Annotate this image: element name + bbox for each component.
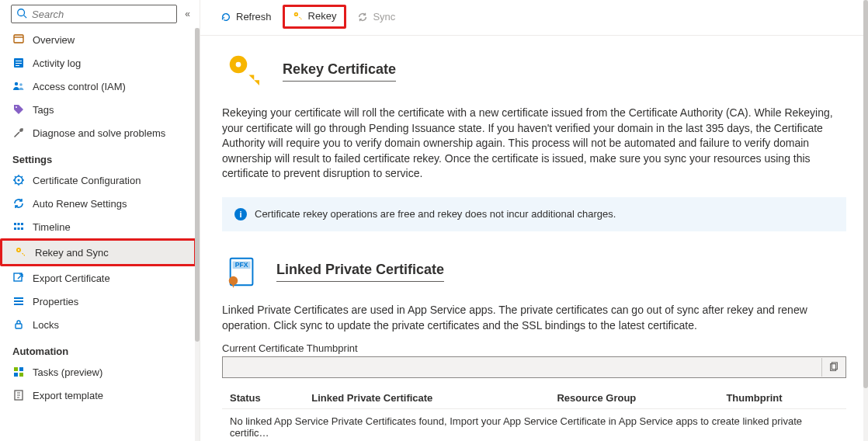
linked-cert-table: Status Linked Private Certificate Resour… <box>222 387 846 441</box>
sidebar-item-label: Locks <box>33 319 59 331</box>
sidebar-item-label: Overview <box>33 34 75 46</box>
sidebar-item-timeline[interactable]: Timeline <box>0 215 196 238</box>
sidebar-item-label: Timeline <box>33 221 71 233</box>
activity-log-icon <box>12 57 25 69</box>
rekey-title: Rekey Certificate <box>283 61 396 82</box>
export-icon <box>12 272 25 284</box>
empty-state-text: No linked App Service Private Certificat… <box>222 409 846 441</box>
sidebar-item-label: Export template <box>33 390 103 401</box>
svg-point-8 <box>15 82 18 85</box>
search-box[interactable] <box>11 5 177 23</box>
sidebar-item-access-control[interactable]: Access control (IAM) <box>0 75 196 98</box>
info-icon: i <box>234 208 247 220</box>
search-input[interactable] <box>32 9 172 20</box>
cert-config-icon <box>12 174 25 186</box>
svg-rect-15 <box>18 223 20 225</box>
col-status: Status <box>222 387 304 409</box>
sidebar-item-label: Tags <box>33 104 54 116</box>
sidebar-item-label: Auto Renew Settings <box>33 198 127 210</box>
refresh-icon <box>220 12 231 23</box>
main-panel: Refresh Rekey Sync Rekey Certificate Rek… <box>200 0 868 441</box>
export-template-icon <box>12 389 25 401</box>
sidebar-item-rekey-sync[interactable]: Rekey and Sync <box>2 241 194 264</box>
svg-point-35 <box>236 62 241 68</box>
sidebar-item-tags[interactable]: Tags <box>0 98 196 121</box>
diagnose-icon <box>12 127 25 139</box>
sidebar-scrollbar[interactable] <box>195 28 200 441</box>
overview-icon <box>12 33 25 46</box>
sidebar-item-label: Certificate Configuration <box>33 175 141 186</box>
sidebar-item-label: Activity log <box>33 57 81 69</box>
sync-icon <box>357 12 368 23</box>
sync-label: Sync <box>373 11 395 23</box>
tags-icon <box>12 103 25 116</box>
sidebar-item-cert-config[interactable]: Certificate Configuration <box>0 168 196 192</box>
pfx-badge-icon: PFX <box>222 252 262 292</box>
sidebar-item-label: Diagnose and solve problems <box>33 127 165 139</box>
sidebar-item-label: Tasks (preview) <box>33 366 102 378</box>
col-linked-cert: Linked Private Certificate <box>304 387 549 409</box>
copy-thumbprint-button[interactable] <box>821 358 845 377</box>
sidebar-item-label: Rekey and Sync <box>35 247 109 259</box>
rekey-button[interactable]: Rekey <box>283 5 347 29</box>
sidebar-item-export-certificate[interactable]: Export Certificate <box>0 266 196 290</box>
rekey-info-box: i Certificate rekey operations are free … <box>222 197 846 231</box>
svg-rect-16 <box>21 223 23 225</box>
auto-renew-icon <box>12 197 25 210</box>
svg-point-21 <box>18 249 19 251</box>
key-large-icon <box>222 48 269 95</box>
sidebar-item-locks[interactable]: Locks <box>0 313 196 336</box>
sidebar-section-settings: Settings <box>0 144 196 168</box>
search-icon <box>16 8 27 21</box>
thumbprint-field <box>222 356 846 378</box>
sidebar-item-auto-renew[interactable]: Auto Renew Settings <box>0 192 196 215</box>
sidebar-item-label: Export Certificate <box>33 273 110 284</box>
svg-rect-17 <box>14 227 16 230</box>
svg-rect-23 <box>14 297 23 299</box>
thumbprint-label: Current Certificate Thumbprint <box>222 342 846 354</box>
key-icon <box>15 246 27 259</box>
sidebar-item-label: Properties <box>33 296 78 307</box>
tasks-icon <box>12 366 25 378</box>
rekey-label: Rekey <box>308 10 337 22</box>
access-control-icon <box>12 80 25 92</box>
svg-rect-25 <box>14 304 23 305</box>
svg-point-9 <box>19 83 23 86</box>
svg-rect-14 <box>14 223 16 225</box>
svg-point-10 <box>16 106 17 108</box>
svg-rect-2 <box>14 35 23 43</box>
rekey-description: Rekeying your certificate will roll the … <box>222 106 846 182</box>
linked-private-cert-section: PFX Linked Private Certificate Linked Pr… <box>222 252 846 441</box>
sidebar-item-diagnose[interactable]: Diagnose and solve problems <box>0 121 196 144</box>
sidebar: « Overview Activity log Access control (… <box>0 0 200 441</box>
main-scrollbar[interactable] <box>863 0 868 441</box>
sidebar-item-activity-log[interactable]: Activity log <box>0 51 196 75</box>
sidebar-item-label: Access control (IAM) <box>33 81 126 92</box>
svg-point-33 <box>295 13 297 15</box>
svg-point-13 <box>18 179 20 182</box>
sidebar-item-export-template[interactable]: Export template <box>0 384 196 407</box>
svg-rect-28 <box>19 367 23 371</box>
rekey-info-text: Certificate rekey operations are free an… <box>255 208 616 220</box>
sidebar-item-overview[interactable]: Overview <box>0 28 196 51</box>
linked-description: Linked Private Certificates are used in … <box>222 303 846 333</box>
svg-point-0 <box>18 9 25 16</box>
locks-icon <box>12 318 25 331</box>
toolbar: Refresh Rekey Sync <box>200 0 868 36</box>
svg-rect-27 <box>14 367 18 371</box>
svg-rect-6 <box>16 63 22 64</box>
svg-rect-19 <box>21 227 23 230</box>
key-icon <box>293 11 304 22</box>
svg-rect-29 <box>14 373 18 377</box>
rekey-section: Rekey Certificate Rekeying your certific… <box>222 48 846 231</box>
properties-icon <box>12 295 25 307</box>
collapse-sidebar-button[interactable]: « <box>182 9 193 19</box>
table-row: No linked App Service Private Certificat… <box>222 409 846 441</box>
sidebar-item-tasks[interactable]: Tasks (preview) <box>0 360 196 384</box>
svg-rect-26 <box>16 324 22 328</box>
svg-rect-30 <box>19 373 23 377</box>
refresh-button[interactable]: Refresh <box>213 8 279 26</box>
sidebar-item-properties[interactable]: Properties <box>0 290 196 313</box>
svg-line-1 <box>24 15 27 18</box>
svg-rect-24 <box>14 300 23 302</box>
